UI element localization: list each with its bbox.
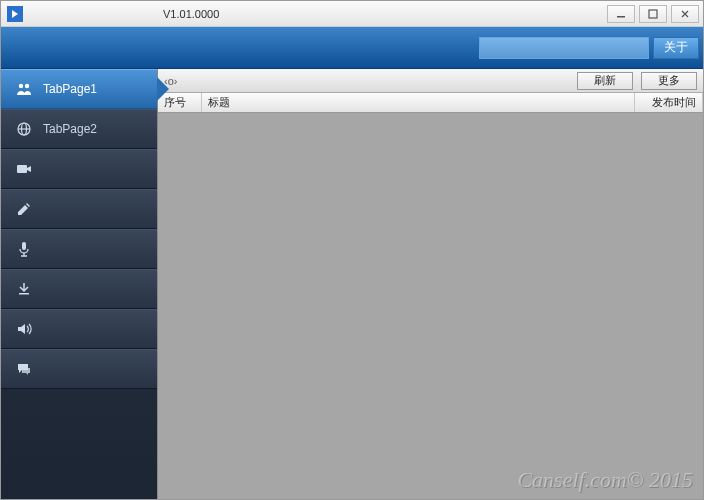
window-controls — [607, 5, 703, 23]
version-label: V1.01.0000 — [163, 8, 219, 20]
body: TabPage1 TabPage2 — [1, 69, 703, 499]
search-input[interactable] — [479, 37, 649, 59]
refresh-button[interactable]: 刷新 — [577, 72, 633, 90]
mic-icon — [15, 240, 33, 258]
titlebar: V1.01.0000 — [1, 1, 703, 27]
content-area — [158, 113, 703, 499]
sidebar-item-tabpage2[interactable]: TabPage2 — [1, 109, 157, 149]
svg-point-3 — [25, 84, 29, 88]
globe-icon — [15, 120, 33, 138]
sidebar-item-8[interactable] — [1, 349, 157, 389]
search-area: 关于 — [479, 37, 703, 59]
sidebar-item-4[interactable] — [1, 189, 157, 229]
chat-icon — [15, 360, 33, 378]
app-icon — [7, 6, 23, 22]
svg-rect-6 — [17, 165, 27, 173]
sidebar-item-6[interactable] — [1, 269, 157, 309]
main: ‹o› 刷新 更多 序号 标题 发布时间 Canself.com© 2015 — [157, 69, 703, 499]
svg-rect-0 — [617, 16, 625, 18]
sidebar-item-5[interactable] — [1, 229, 157, 269]
column-title[interactable]: 标题 — [202, 93, 635, 112]
edit-icon — [15, 200, 33, 218]
sidebar-item-7[interactable] — [1, 309, 157, 349]
header: 关于 — [1, 27, 703, 69]
sidebar-item-3[interactable] — [1, 149, 157, 189]
svg-rect-1 — [649, 10, 657, 18]
toolbar: ‹o› 刷新 更多 — [158, 69, 703, 93]
sidebar-item-label: TabPage1 — [43, 82, 97, 96]
people-icon — [15, 80, 33, 98]
more-button[interactable]: 更多 — [641, 72, 697, 90]
table-header: 序号 标题 发布时间 — [158, 93, 703, 113]
close-button[interactable] — [671, 5, 699, 23]
download-icon — [15, 280, 33, 298]
app-window: V1.01.0000 关于 TabPage1 — [0, 0, 704, 500]
maximize-button[interactable] — [639, 5, 667, 23]
column-pub[interactable]: 发布时间 — [635, 93, 703, 112]
sidebar-item-label: TabPage2 — [43, 122, 97, 136]
svg-rect-8 — [19, 293, 29, 295]
sound-icon — [15, 320, 33, 338]
minimize-button[interactable] — [607, 5, 635, 23]
sidebar-item-tabpage1[interactable]: TabPage1 — [1, 69, 157, 109]
sidebar: TabPage1 TabPage2 — [1, 69, 157, 499]
svg-point-2 — [19, 84, 23, 88]
about-button[interactable]: 关于 — [653, 37, 699, 59]
camera-icon — [15, 160, 33, 178]
svg-rect-7 — [22, 242, 26, 250]
